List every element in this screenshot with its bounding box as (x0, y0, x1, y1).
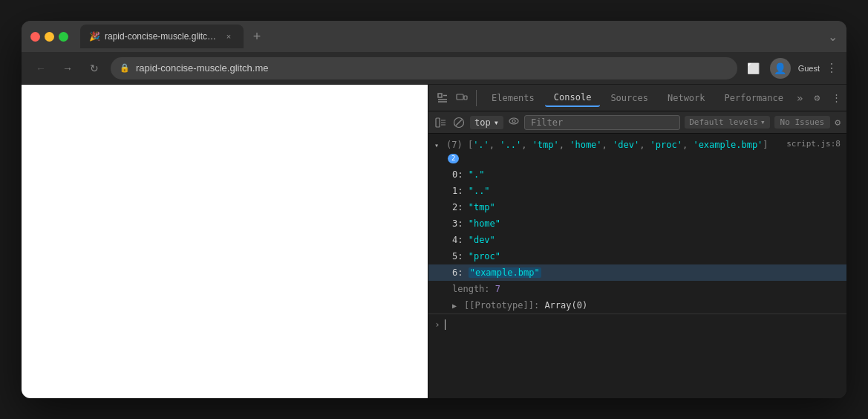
console-output: ▾ (7) ['.', '..', 'tmp', 'home', 'dev', … (428, 134, 846, 398)
tab-bar: 🎉 rapid-concise-muscle.glitch.m... × + (80, 25, 822, 48)
item-0-text: 0: "." (452, 168, 484, 181)
more-tabs-button[interactable]: » (794, 92, 806, 104)
no-issues-button[interactable]: No Issues (774, 116, 831, 129)
tab-elements[interactable]: Elements (483, 90, 544, 106)
devtools-panel: Elements Console Sources Network Perform… (428, 85, 846, 398)
item-5-text: 5: "proc" (452, 250, 500, 263)
prototype-line: ▶ [[Prototype]]: Array(0) (428, 297, 846, 314)
tab-console[interactable]: Console (545, 89, 601, 107)
console-filter-input[interactable]: Filter (524, 115, 680, 130)
level-arrow: ▾ (760, 117, 766, 127)
nav-more-button[interactable]: ⋮ (826, 61, 838, 75)
minimize-traffic-light[interactable] (45, 32, 54, 42)
item-6-text: 6: "example.bmp" (452, 266, 541, 279)
new-tab-button[interactable]: + (247, 26, 267, 47)
array-item-2: 2: "tmp" (428, 199, 846, 215)
device-toggle-button[interactable] (454, 90, 470, 106)
devtools-more-button[interactable]: ⋮ (828, 90, 844, 106)
console-toolbar: top ▾ Filter Default levels ▾ No Issues (428, 111, 846, 134)
array-item-1: 1: ".." (428, 183, 846, 199)
sidebar-toggle-button[interactable]: ⬜ (743, 58, 764, 79)
svg-rect-0 (438, 94, 442, 97)
array-item-4: 4: "dev" (428, 232, 846, 248)
console-input-line[interactable]: › (428, 314, 846, 335)
close-traffic-light[interactable] (30, 32, 40, 42)
devtools-tabs: Elements Console Sources Network Perform… (483, 89, 806, 107)
svg-line-11 (456, 120, 462, 126)
page-viewport (22, 85, 428, 398)
console-clear-button[interactable] (452, 116, 466, 129)
item-4-text: 4: "dev" (452, 233, 495, 247)
back-button[interactable]: ← (30, 58, 51, 79)
maximize-traffic-light[interactable] (59, 32, 68, 42)
lock-icon: 🔒 (120, 63, 130, 73)
array-item-6: 6: "example.bmp" (428, 264, 846, 281)
tab-network[interactable]: Network (659, 90, 714, 106)
devtools-side-icons (434, 90, 477, 106)
main-content: Elements Console Sources Network Perform… (22, 85, 846, 398)
forward-button[interactable]: → (57, 58, 78, 79)
nav-right: ⬜ 👤 Guest ⋮ (743, 58, 838, 79)
prototype-text: [[Prototype]]: Array(0) (464, 299, 587, 312)
array-item-0: 0: "." (428, 166, 846, 183)
browser-window: 🎉 rapid-concise-muscle.glitch.m... × + ⌄… (22, 21, 846, 398)
filter-placeholder: Filter (531, 117, 563, 128)
profile-button[interactable]: 👤 (770, 58, 791, 79)
nav-bar: ← → ↻ 🔒 rapid-concise-muscle.glitch.me ⬜… (22, 52, 846, 85)
inspect-element-button[interactable] (434, 90, 451, 106)
source-link[interactable]: script.js:8 (786, 138, 841, 151)
svg-point-12 (509, 118, 518, 124)
console-context-arrow: ▾ (494, 117, 499, 128)
console-eye-button[interactable] (508, 115, 520, 129)
reload-button[interactable]: ↻ (84, 58, 105, 79)
traffic-lights (30, 32, 68, 42)
console-context-select[interactable]: top ▾ (470, 116, 503, 129)
tab-performance[interactable]: Performance (716, 90, 792, 106)
active-tab[interactable]: 🎉 rapid-concise-muscle.glitch.m... × (80, 25, 244, 48)
console-prompt: › (434, 317, 440, 332)
item-3-text: 3: "home" (452, 217, 500, 230)
devtools-settings-button[interactable]: ⚙ (809, 90, 825, 106)
array-length-line: length: 7 (428, 281, 846, 297)
svg-rect-4 (457, 94, 463, 100)
svg-point-13 (512, 120, 515, 123)
tab-favicon: 🎉 (89, 31, 100, 42)
devtools-toolbar: Elements Console Sources Network Perform… (428, 85, 846, 111)
address-text: rapid-concise-muscle.glitch.me (136, 62, 728, 74)
console-settings-button[interactable]: ⚙ (835, 117, 841, 128)
array-item-5: 5: "proc" (428, 248, 846, 264)
console-sidebar-button[interactable] (434, 116, 448, 129)
array-item-3: 3: "home" (428, 215, 846, 232)
tab-title: rapid-concise-muscle.glitch.m... (105, 31, 218, 42)
tab-sources[interactable]: Sources (601, 90, 657, 106)
item-2-text: 2: "tmp" (452, 201, 495, 214)
length-text: length: 7 (452, 282, 500, 296)
profile-label: Guest (798, 64, 820, 73)
devtools-toolbar-right: ⚙ ⋮ × (809, 90, 846, 106)
item-1-text: 1: ".." (452, 184, 490, 198)
array-expand-arrow[interactable]: ▾ (434, 138, 443, 151)
svg-rect-6 (436, 118, 440, 127)
prototype-expand-arrow[interactable]: ▶ (452, 299, 461, 311)
console-level-select[interactable]: Default levels ▾ (685, 116, 769, 129)
console-context-value: top (474, 117, 491, 128)
svg-rect-5 (464, 96, 467, 100)
console-cursor (445, 319, 446, 330)
array-summary-text: (7) ['.', '..', 'tmp', 'home', 'dev', 'p… (446, 138, 783, 165)
profile-icon: 👤 (774, 62, 786, 74)
level-label: Default levels (689, 117, 758, 127)
console-array-summary-line: ▾ (7) ['.', '..', 'tmp', 'home', 'dev', … (428, 137, 846, 166)
address-bar[interactable]: 🔒 rapid-concise-muscle.glitch.me (111, 57, 737, 79)
title-bar: 🎉 rapid-concise-muscle.glitch.m... × + ⌄ (22, 21, 846, 52)
array-badge: 2 (448, 154, 459, 164)
window-more-button[interactable]: ⌄ (828, 30, 838, 44)
tab-close-button[interactable]: × (223, 30, 235, 42)
